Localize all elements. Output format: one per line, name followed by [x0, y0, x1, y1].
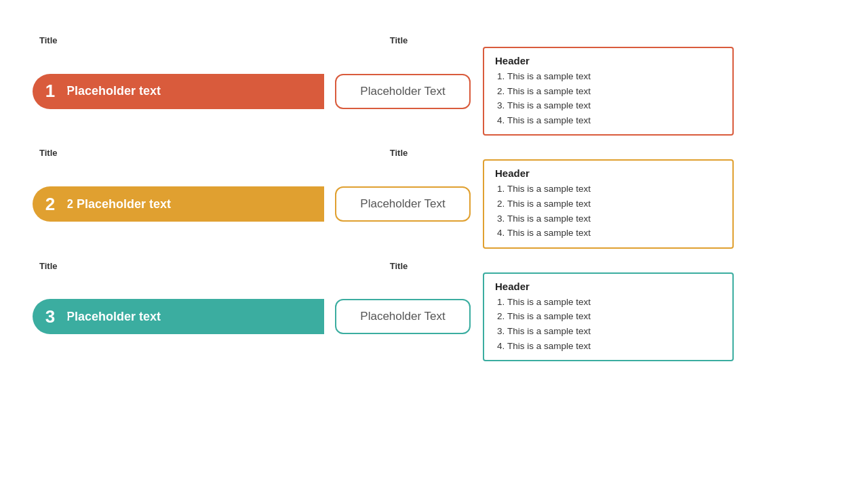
row3-label-left: Title: [33, 261, 324, 271]
slide: TitleTitle1Placeholder textPlaceholder T…: [0, 0, 868, 488]
row1-label-middle: Title: [324, 35, 473, 45]
row1-list-item-3: This is a sample text: [507, 98, 722, 113]
row-3: TitleTitle3Placeholder textPlaceholder T…: [33, 261, 835, 361]
row2-label-left: Title: [33, 148, 324, 158]
row1-list-item-4: This is a sample text: [507, 113, 722, 128]
row2-label-middle: Title: [324, 148, 473, 158]
row3-right-panel: HeaderThis is a sample textThis is a sam…: [483, 272, 734, 361]
row-2: TitleTitle22 Placeholder textPlaceholder…: [33, 148, 835, 248]
row1-list-item-1: This is a sample text: [507, 69, 722, 84]
row2-list-item-4: This is a sample text: [507, 226, 722, 241]
row1-list-item-2: This is a sample text: [507, 84, 722, 99]
row2-arrow-text: 2 Placeholder text: [66, 197, 171, 211]
rows-container: TitleTitle1Placeholder textPlaceholder T…: [33, 35, 835, 361]
row2-list-item-1: This is a sample text: [507, 182, 722, 197]
row3-list-item-2: This is a sample text: [507, 309, 722, 324]
row3-label-middle: Title: [324, 261, 473, 271]
row1-arrow-text: Placeholder text: [66, 84, 161, 98]
row1-middle-text: Placeholder Text: [360, 85, 445, 98]
row3-right-header: Header: [495, 281, 722, 292]
row-1: TitleTitle1Placeholder textPlaceholder T…: [33, 35, 835, 136]
row1-right-header: Header: [495, 55, 722, 66]
row3-arrow-text: Placeholder text: [66, 310, 161, 324]
row2-list-item-2: This is a sample text: [507, 197, 722, 211]
row3-list-item-4: This is a sample text: [507, 339, 722, 354]
row2-right-header: Header: [495, 167, 722, 179]
row3-list-item-1: This is a sample text: [507, 295, 722, 310]
row2-right-panel: HeaderThis is a sample textThis is a sam…: [483, 159, 734, 248]
row1-right-list: This is a sample textThis is a sample te…: [495, 69, 722, 127]
row3-right-list: This is a sample textThis is a sample te…: [495, 295, 722, 353]
row2-middle-text: Placeholder Text: [360, 197, 445, 211]
row2-list-item-3: This is a sample text: [507, 211, 722, 226]
row1-right-panel: HeaderThis is a sample textThis is a sam…: [483, 47, 734, 136]
row1-label-left: Title: [33, 35, 324, 45]
row2-right-list: This is a sample textThis is a sample te…: [495, 182, 722, 240]
row2-number-badge: 2: [33, 186, 68, 222]
row1-number-badge: 1: [33, 74, 68, 109]
row3-list-item-3: This is a sample text: [507, 324, 722, 339]
row3-middle-text: Placeholder Text: [360, 310, 445, 323]
